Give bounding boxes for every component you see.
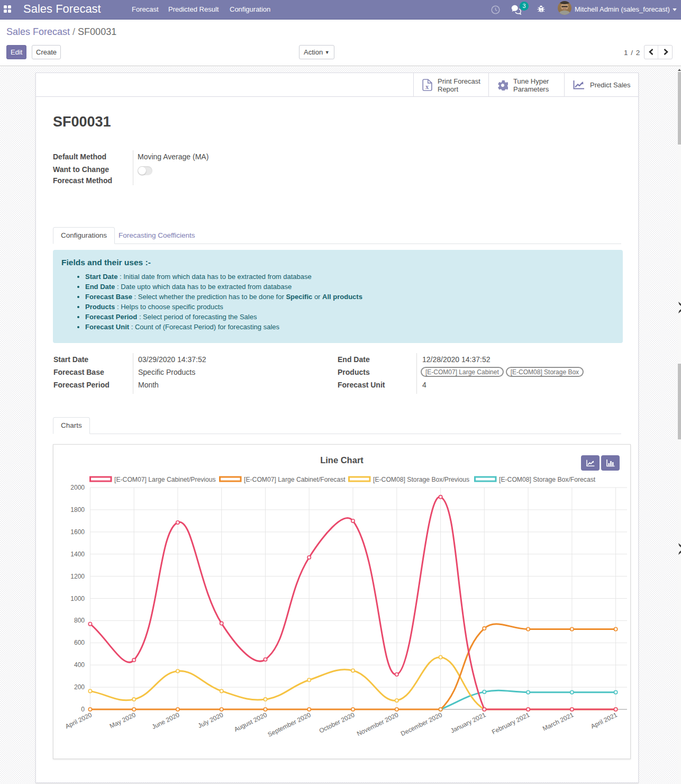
svg-text:May 2020: May 2020 <box>108 711 137 730</box>
svg-text:x: x <box>425 83 429 91</box>
svg-text:April 2020: April 2020 <box>64 711 93 730</box>
svg-text:September 2020: September 2020 <box>267 711 312 738</box>
svg-text:February 2021: February 2021 <box>491 711 531 736</box>
svg-text:October 2020: October 2020 <box>318 711 356 735</box>
svg-text:[E-COM07] Large Cabinet/Foreca: [E-COM07] Large Cabinet/Forecast <box>244 476 346 483</box>
svg-text:1200: 1200 <box>70 573 85 580</box>
svg-text:0: 0 <box>81 706 85 713</box>
svg-text:[E-COM07] Large Cabinet/Previo: [E-COM07] Large Cabinet/Previous <box>114 476 216 483</box>
svg-text:March 2021: March 2021 <box>541 711 575 733</box>
svg-text:200: 200 <box>74 683 85 691</box>
svg-text:2000: 2000 <box>70 484 85 491</box>
svg-text:400: 400 <box>74 661 85 669</box>
svg-text:600: 600 <box>74 639 85 646</box>
svg-text:August 2020: August 2020 <box>233 711 268 733</box>
svg-text:April 2021: April 2021 <box>589 711 619 730</box>
svg-text:800: 800 <box>74 617 85 624</box>
svg-text:November 2020: November 2020 <box>356 711 399 737</box>
svg-text:December 2020: December 2020 <box>399 711 443 737</box>
svg-text:January 2021: January 2021 <box>449 711 487 735</box>
svg-text:[E-COM08] Storage Box/Forecast: [E-COM08] Storage Box/Forecast <box>499 476 596 483</box>
svg-text:June 2020: June 2020 <box>151 711 181 731</box>
svg-text:1400: 1400 <box>70 551 85 558</box>
svg-text:July 2020: July 2020 <box>197 711 225 729</box>
svg-text:1600: 1600 <box>70 528 85 536</box>
svg-text:1800: 1800 <box>70 506 85 513</box>
svg-text:1000: 1000 <box>70 595 85 602</box>
svg-text:[E-COM08] Storage Box/Previous: [E-COM08] Storage Box/Previous <box>373 476 469 483</box>
